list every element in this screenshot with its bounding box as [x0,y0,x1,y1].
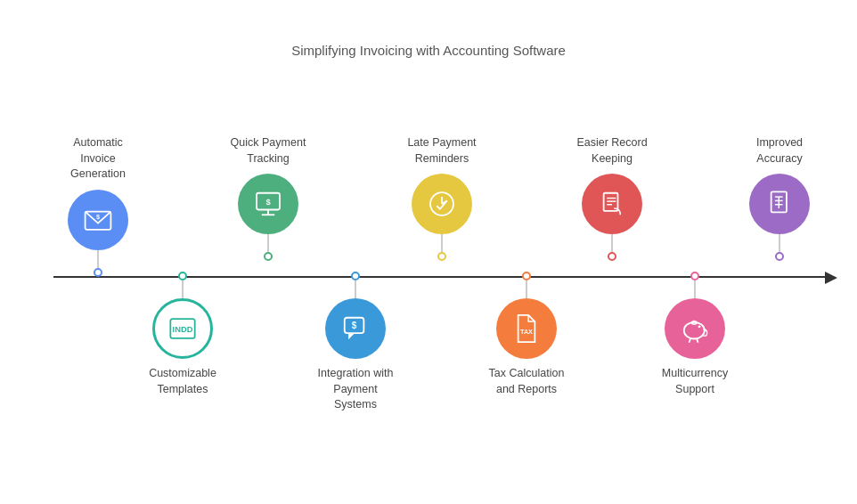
svg-point-25 [698,325,701,328]
dot-improved-accuracy [775,252,784,261]
svg-marker-21 [348,333,355,339]
dot-quick-payment [264,252,273,261]
item-top-improved-accuracy: Improved Accuracy [736,135,823,261]
svg-line-27 [697,339,698,343]
connector-auto-invoice [97,250,99,268]
item-bottom-customizable: INDD Customizable Templates [139,272,226,397]
label-customizable: Customizable Templates [139,366,226,397]
icon-improved-accuracy [749,174,810,234]
icon-auto-invoice: $ [68,190,128,250]
connector-late-payment [441,234,443,252]
icon-customizable: INDD [152,298,213,359]
svg-text:TAX: TAX [520,328,533,336]
connector-multicurrency [694,280,696,298]
item-top-late-payment: Late Payment Reminders [398,135,486,261]
label-auto-invoice: Automatic Invoice Generation [54,135,142,183]
icon-quick-payment: $ [238,174,298,234]
icon-late-payment [412,174,472,234]
svg-line-26 [690,339,690,343]
label-quick-payment: Quick Payment Tracking [224,135,312,167]
label-tax-calc: Tax Calculation and Reports [483,366,570,397]
svg-text:$: $ [265,198,271,207]
label-multicurrency: Multicurrency Support [651,366,739,397]
dot-easier-record [608,252,616,261]
dot-multicurrency [690,272,699,280]
svg-text:INDD: INDD [173,325,193,334]
connector-quick-payment [267,234,269,252]
label-easier-record: Easier Record Keeping [568,135,656,167]
connector-tax-calc [526,280,527,298]
connector-customizable [182,280,184,298]
item-top-auto-invoice: Automatic Invoice Generation $ [54,135,142,277]
svg-text:$: $ [352,321,357,330]
dot-customizable [178,272,187,280]
timeline-arrow [825,272,837,284]
dot-late-payment [437,252,446,261]
dot-tax-calc [522,272,531,280]
connector-easier-record [611,234,613,252]
page-title: Simplifying Invoicing with Accounting So… [0,43,857,58]
icon-tax-calc: TAX [496,298,557,359]
svg-text:$: $ [96,213,100,221]
connector-improved-accuracy [779,234,780,252]
main-container: Simplifying Invoicing with Accounting So… [0,0,857,504]
item-top-easier-record: Easier Record Keeping [568,135,656,261]
item-bottom-integration: $ Integration with Payment Systems [312,272,399,413]
icon-integration: $ [325,298,386,359]
icon-multicurrency [665,298,725,359]
icon-easier-record [582,174,642,234]
item-bottom-multicurrency: Multicurrency Support [651,272,739,397]
item-top-quick-payment: Quick Payment Tracking $ [224,135,312,261]
dot-integration [351,272,360,280]
label-integration: Integration with Payment Systems [312,366,399,413]
label-late-payment: Late Payment Reminders [398,135,486,167]
item-bottom-tax-calc: TAX Tax Calculation and Reports [483,272,570,397]
label-improved-accuracy: Improved Accuracy [736,135,823,167]
connector-integration [355,280,356,298]
dot-auto-invoice [94,268,102,277]
